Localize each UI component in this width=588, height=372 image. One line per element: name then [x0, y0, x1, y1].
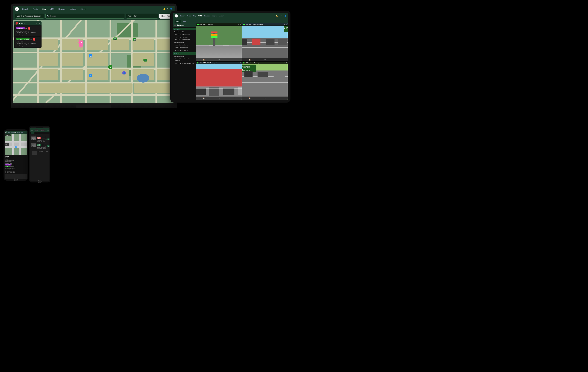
phone2-more-row[interactable]: More alerts... More [31, 150, 49, 156]
tablet-nav-search[interactable]: Search [180, 15, 185, 17]
phone2-lookup-btn-2[interactable]: Lookup [47, 145, 50, 147]
phone1-map[interactable]: Details GUNSHOT [5, 134, 27, 155]
camera-cell-3[interactable]: #03 - PTZ - Retail Parking Lot ⤢ ✕ [196, 62, 242, 100]
camera-marker-1[interactable]: 📷 [114, 37, 117, 40]
svg-rect-50 [211, 32, 217, 33]
camera-marker-2[interactable]: 📷 [133, 38, 136, 41]
vms-tab-grid[interactable]: Grid [181, 20, 188, 23]
camera-item-net-2[interactable]: Video Camera Name [173, 46, 196, 49]
camera-marker-3[interactable]: 📷 [144, 59, 147, 62]
cam-1-close-icon[interactable]: ✕ [240, 24, 241, 25]
cam-2-settings-icon[interactable]: ⚙ [264, 59, 266, 61]
cam-2-menu-icon[interactable]: ⋮ [279, 59, 281, 61]
cam-1-home-icon[interactable]: 🏠 [203, 59, 205, 61]
tablet-bell-icon[interactable]: 🔔 [276, 15, 278, 17]
camera-item-net-1[interactable]: Video Camera Name [173, 44, 196, 46]
phone2-alert-card-1[interactable]: Stolen Vehicle FA00063 15 min ago 4501 M… [31, 136, 49, 142]
phone1-home-button[interactable] [14, 178, 18, 181]
phone2-home-button[interactable] [38, 180, 42, 183]
cam-3-home-icon[interactable]: 🏠 [203, 97, 205, 99]
nav-search[interactable]: Search [21, 8, 29, 11]
camera-item-01[interactable]: #01 - PTZ - Intersection [173, 33, 196, 36]
camera-item-shared-2[interactable]: #03 - PTZ - Retail Parking Lot [173, 62, 196, 65]
camera-item-net-3[interactable]: Video Camera Name [173, 49, 196, 52]
phone2-hotlist-tag: Custom Hot List [37, 144, 41, 146]
phone2-tab-map[interactable]: Map [35, 132, 38, 134]
phone1-alert-2[interactable]: STOLEN 5 min ago [5, 166, 27, 167]
transit-marker-2[interactable]: 🚌 [89, 74, 92, 77]
camera-item-03[interactable]: #03 - PTZ - Intersection [173, 38, 196, 41]
monitor-bezel: ● Search Alerts Map VMS Devices Insights… [10, 3, 177, 103]
nav-admin[interactable]: Admin [80, 8, 87, 11]
alert-card-stolen[interactable]: STOLEN VEHICLE 📷 2 AB 123456 123 Main St… [15, 37, 41, 47]
cam-4-home-icon[interactable]: 🏠 [249, 97, 251, 99]
cam-4-expand-icon[interactable]: ⤢ [284, 62, 285, 64]
search-input-box[interactable]: 🔍 Search [45, 14, 125, 19]
bell-icon[interactable]: 🔔 [163, 8, 166, 10]
alert-circle-marker[interactable]: ★ [108, 65, 112, 69]
tablet-nav-alerts[interactable]: Alerts [187, 15, 191, 17]
phone2-filters-btn[interactable]: Filters [35, 130, 39, 131]
camera-cell-1[interactable]: #01 - PTZ - Intersection ⤢ ✕ [196, 23, 242, 61]
tablet-help-icon[interactable]: ? [281, 15, 282, 17]
tablet-nav-map[interactable]: Map [193, 15, 197, 17]
nav-vms[interactable]: VMS [49, 8, 55, 11]
phone1-nav-search[interactable]: Search [8, 132, 11, 133]
cam-4-menu-icon[interactable]: ⋮ [279, 97, 281, 99]
cam-1-menu-icon[interactable]: ⋮ [233, 59, 235, 61]
cam-3-settings-icon[interactable]: ⚙ [218, 97, 220, 99]
phone2-more-btn[interactable]: More [46, 151, 48, 152]
phone1-cam-1[interactable]: 📷 Video Camera Name [5, 169, 27, 170]
cam-3-expand-icon[interactable]: ⤢ [238, 62, 239, 64]
camera-group-network: Network Name [173, 41, 196, 44]
person-marker[interactable]: 👤 [122, 71, 126, 75]
alerts-down-icon[interactable]: ▼ [38, 22, 40, 24]
cam-2-close-icon[interactable]: ✕ [286, 24, 287, 25]
cam-2-home-icon[interactable]: 🏠 [249, 59, 251, 61]
phone2-sort-btn[interactable]: Sort by [41, 130, 45, 131]
phone1-nav-vms[interactable]: VMS [21, 132, 23, 133]
nav-insights[interactable]: Insights [69, 8, 77, 11]
address-dropdown[interactable]: Search by Address or Location ▾ [15, 14, 44, 19]
tablet-nav-devices[interactable]: Devices [204, 15, 210, 17]
help-icon[interactable]: ? [167, 8, 168, 10]
tablet-nav-insights[interactable]: Insights [212, 15, 217, 17]
camera-cell-4[interactable]: PTZ - Inbound Freeway ⤢ ✕ Birm [242, 62, 288, 100]
nav-devices[interactable]: Devices [58, 8, 66, 11]
camera-item-02[interactable]: #02 - PTZ - Westside [173, 36, 196, 38]
cam-4-settings-icon[interactable]: ⚙ [264, 97, 266, 99]
tablet-nav-vms[interactable]: VMS [199, 15, 202, 17]
cam-2-expand-icon[interactable]: ⤢ [284, 24, 285, 25]
nav-alerts[interactable]: Alerts [32, 8, 38, 11]
phone2-lookup-btn-1[interactable]: Lookup [47, 138, 50, 140]
phone1-cam-2[interactable]: 📷 Video Camera Name [5, 171, 27, 172]
camera-cell-2[interactable]: #02 - PTZ - Outbound Freeway ⤢ ✕ [242, 23, 288, 61]
phone2-tab-alerts[interactable]: Alerts [31, 132, 34, 134]
phone1-nav-devices[interactable]: Devices [17, 132, 20, 133]
cam-1-expand-icon[interactable]: ⤢ [238, 24, 239, 25]
phone1-nav-map[interactable]: Map [14, 132, 16, 133]
nav-map[interactable]: Map [41, 8, 46, 11]
stolen-badge: 2 [33, 38, 35, 41]
cam-4-close-icon[interactable]: ✕ [286, 62, 287, 64]
svg-point-44 [81, 42, 82, 43]
tablet-nav-admin[interactable]: Admin [220, 15, 224, 17]
phone2-map-link[interactable]: Map [47, 130, 49, 131]
phone1-nav-alerts[interactable]: Alerts [11, 132, 14, 133]
camera-item-shared-1[interactable]: #02 - PTZ - Outbound Freeway [173, 58, 196, 62]
phone1-cam-3[interactable]: 📷 Video Camera Name [5, 172, 27, 173]
phone1-alert-1[interactable]: GUNSHOT 3 min ago [5, 164, 27, 165]
tablet-user-icon[interactable]: 👤 [284, 15, 286, 17]
cam-3-close-icon[interactable]: ✕ [240, 62, 241, 64]
alert-history-dropdown[interactable]: Alert History ▾ [126, 14, 158, 19]
alert-card-gunshot[interactable]: GUNSHOT 🔇 2 Raven alert close to: 123 Ma… [15, 26, 41, 36]
drone-symbol[interactable] [79, 40, 84, 45]
transit-marker-1[interactable]: 🚌 [89, 54, 92, 57]
alerts-pause-icon[interactable]: ⏸ [35, 22, 37, 24]
cam-3-menu-icon[interactable]: ⋮ [233, 97, 235, 99]
cam-1-settings-icon[interactable]: ⚙ [218, 59, 220, 61]
vms-tab-vms[interactable]: VMS [175, 20, 181, 23]
map-container[interactable]: ! Alerts ⏸ ▼ GUNSHOT 🔇 2 Raven alert clo… [13, 20, 175, 103]
user-icon[interactable]: 👤 [170, 8, 172, 10]
phone2-alert-card-2[interactable]: Custom Hot List GO0P5 25 min ago Locatio… [31, 143, 49, 149]
